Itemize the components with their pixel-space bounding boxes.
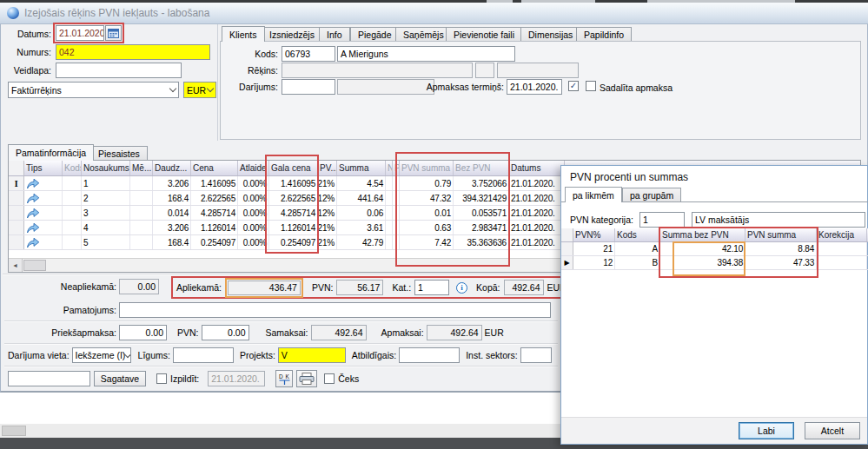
veidlapa-field[interactable] [56, 63, 182, 78]
col-cena[interactable]: Cena [191, 161, 238, 175]
col-bez-pvn[interactable]: Bez PVN [454, 161, 509, 175]
izpildit-label: Izpildīt: [170, 373, 199, 384]
prieksapmaksa-field[interactable]: 0.00 [119, 325, 167, 340]
dialog-tab-pa-likmem[interactable]: pa likmēm [565, 187, 622, 202]
calendar-icon[interactable] [105, 25, 122, 41]
kategorija-name-field[interactable]: LV maksātājs [692, 212, 865, 228]
kategorija-field[interactable]: 1 [639, 212, 685, 228]
col-me[interactable]: Mē... [130, 161, 153, 175]
cell-tips[interactable] [24, 221, 63, 234]
cell-tips[interactable] [24, 176, 63, 190]
scrollbar-thumb[interactable] [23, 260, 46, 271]
col-pv[interactable]: PV... [318, 161, 337, 175]
ligums-field[interactable] [173, 347, 234, 363]
check-icon: ✓ [570, 82, 577, 90]
tab-piegade[interactable]: Piegāde [350, 27, 400, 41]
grid-corner[interactable] [9, 161, 24, 175]
rekins-field-1[interactable] [282, 63, 473, 78]
row-selector[interactable] [9, 206, 24, 220]
table-row[interactable]: ▶ 12 B 394.38 47.33 [561, 256, 868, 270]
dcol-pvn-summa[interactable]: PVN summa [745, 228, 817, 241]
row-selector[interactable] [561, 242, 573, 255]
row-selector[interactable] [9, 221, 24, 234]
payments-pvn-field[interactable]: 0.00 [202, 325, 249, 340]
col-datums[interactable]: Datums [509, 161, 565, 175]
numurs-field[interactable]: 042 [56, 44, 210, 60]
col-pvn-summa[interactable]: PVN summa [400, 161, 454, 175]
col-summa[interactable]: Summa [337, 161, 386, 175]
ceks-label: Čeks [338, 373, 359, 384]
svg-text:K: K [285, 373, 289, 379]
inst-sektors-field[interactable] [520, 347, 552, 363]
dcol-korekcija[interactable]: Korekcija [817, 228, 867, 241]
tab-izsniedzejs[interactable]: Izsniedzējs [262, 27, 322, 41]
currency-dropdown[interactable]: EUR [183, 82, 216, 98]
col-p[interactable]: P [393, 161, 400, 175]
kopa-field[interactable]: 492.64 [504, 280, 544, 295]
dialog-grid-corner[interactable] [561, 228, 573, 241]
inst-sektors-label: Inst. sektors: [466, 350, 518, 360]
row-selector[interactable]: I [9, 176, 24, 190]
atbildigais-field[interactable] [399, 347, 460, 363]
client-name-field[interactable]: A Mieriguns [337, 46, 515, 62]
kat-field[interactable]: 1 [414, 280, 449, 295]
col-tips[interactable]: Tips [24, 161, 63, 175]
tab-sanemejs[interactable]: Saņēmējs [395, 27, 452, 41]
sagatave-button[interactable]: Sagatave [94, 371, 146, 386]
cell-tips[interactable] [24, 235, 63, 249]
info-icon[interactable]: i [456, 282, 467, 294]
print-button[interactable] [296, 370, 317, 387]
pamatojums-field[interactable] [119, 302, 551, 318]
sadalita-checkbox[interactable] [586, 81, 596, 91]
cell-tips[interactable] [24, 191, 63, 205]
cell-tips[interactable] [24, 206, 63, 220]
footer-field[interactable] [8, 371, 90, 386]
tab-dimensijas[interactable]: Dimensijas [520, 27, 580, 41]
table-row[interactable]: 21 A 42.10 8.84 [561, 242, 868, 256]
tab-pamatinformacija[interactable]: Pamatinformācija [8, 144, 94, 161]
row-selector[interactable] [9, 235, 24, 249]
tab-pievienotie-faili[interactable]: Pievienotie faili [446, 27, 522, 41]
col-daudz[interactable]: Daudz... [153, 161, 191, 175]
row-selector[interactable]: ▶ [561, 256, 573, 269]
apmaksas-checkbox[interactable]: ✓ [568, 81, 579, 91]
tab-papildinfo[interactable]: Papildinfo [576, 27, 632, 41]
calendar-icon-glyph [108, 28, 119, 38]
ok-button[interactable]: Labi [739, 422, 794, 439]
page-scrollbar-thumb[interactable] [2, 426, 26, 436]
izpildit-checkbox[interactable] [156, 373, 167, 384]
samaksai-field[interactable]: 492.64 [311, 325, 367, 340]
darijums-field-2[interactable] [337, 79, 434, 95]
col-n[interactable]: N. [386, 161, 393, 175]
col-gala-cena[interactable]: Gala cena [269, 161, 318, 175]
dcol-pvn[interactable]: PVN% [573, 228, 615, 241]
row-selector[interactable] [9, 191, 24, 205]
dcol-kods[interactable]: Kods [615, 228, 660, 241]
client-kods-field[interactable]: 06793 [282, 46, 335, 62]
cancel-button[interactable]: Atcelt [805, 422, 860, 439]
ceks-checkbox[interactable] [324, 373, 335, 384]
dialog-tab-pa-grupam[interactable]: pa grupām [622, 188, 681, 201]
col-nosaukums[interactable]: Nosaukums [82, 161, 130, 175]
tab-klients[interactable]: Klients [222, 26, 265, 42]
doc-type-dropdown[interactable]: Faktūrrēķins [8, 82, 179, 98]
apliekama-field[interactable]: 436.47 [228, 281, 301, 295]
debit-credit-button[interactable]: DK [275, 370, 293, 387]
rekins-field-3[interactable] [497, 63, 579, 78]
tab-piesaistes[interactable]: Piesaistes [90, 146, 148, 160]
datums-field[interactable]: 21.01.2020 [56, 25, 104, 41]
neapliekama-field[interactable]: 0.00 [119, 279, 159, 294]
col-atlaide[interactable]: Atlaide [238, 161, 269, 175]
pvn-field[interactable]: 56.17 [336, 280, 383, 295]
apmaksai-field[interactable]: 492.64 [427, 325, 482, 340]
rekins-field-2[interactable] [475, 63, 494, 78]
tab-info[interactable]: Info [319, 27, 350, 41]
vieta-dropdown[interactable]: Iekšzeme (I) [72, 347, 131, 363]
projekts-field[interactable]: V [278, 347, 346, 363]
scroll-left-icon[interactable]: ◄ [9, 259, 23, 272]
apmaksas-date-field[interactable]: 21.01.2020. [507, 79, 562, 95]
dcol-summa-bez[interactable]: Summa bez PVN [660, 228, 745, 241]
kategorija-label: PVN kategorija: [570, 215, 633, 225]
col-kods[interactable]: Kods [63, 161, 82, 175]
darijums-field-1[interactable] [282, 79, 335, 95]
